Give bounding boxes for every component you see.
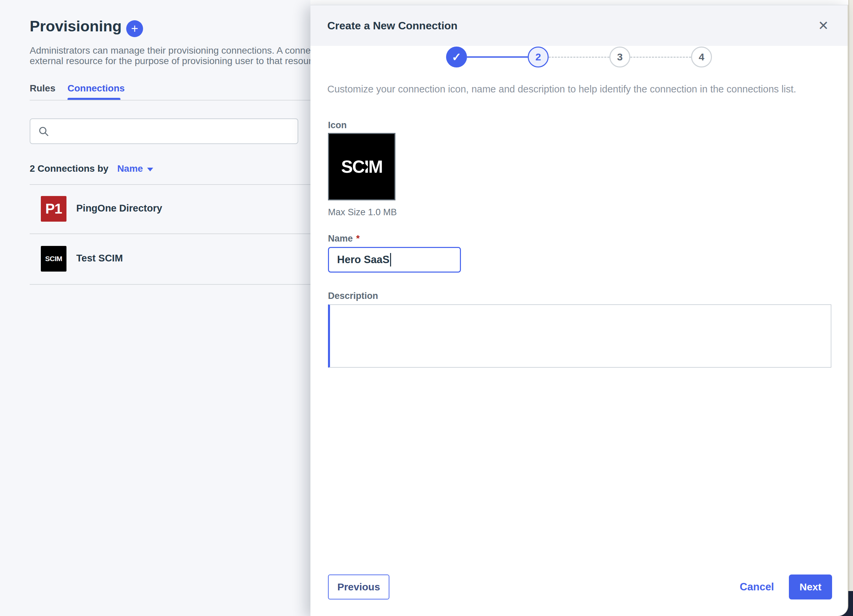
tab-connections[interactable]: Connections bbox=[67, 83, 125, 94]
connections-count-label: 2 Connections by bbox=[30, 163, 108, 174]
check-icon: ✓ bbox=[452, 50, 461, 64]
tabs-divider bbox=[30, 100, 310, 100]
description-field-label: Description bbox=[328, 291, 378, 301]
name-input-value: Hero SaaS bbox=[337, 254, 389, 266]
connection-name: Test SCIM bbox=[76, 253, 123, 264]
name-input[interactable]: Hero SaaS bbox=[328, 247, 461, 273]
step-1-complete[interactable]: ✓ bbox=[446, 47, 467, 67]
previous-button[interactable]: Previous bbox=[328, 575, 389, 599]
step-connector bbox=[549, 57, 609, 58]
page-description-line2-text: external resource for the purpose of pro… bbox=[30, 56, 324, 66]
scim-logo-text: SCIM bbox=[341, 157, 382, 176]
icon-field-label: Icon bbox=[328, 120, 347, 130]
step-4[interactable]: 4 bbox=[691, 47, 712, 67]
connection-row-test-scim[interactable]: SCIM Test SCIM bbox=[30, 234, 310, 283]
search-icon bbox=[38, 126, 49, 137]
step-connector bbox=[630, 57, 691, 58]
plus-icon: + bbox=[131, 21, 138, 36]
page-description-line2: external resource for the purpose of pro… bbox=[30, 56, 332, 67]
screen: Provisioning + Administrators can manage… bbox=[0, 0, 853, 616]
close-icon[interactable]: ✕ bbox=[818, 5, 829, 46]
search-input[interactable] bbox=[54, 126, 297, 137]
next-button[interactable]: Next bbox=[789, 575, 832, 599]
connections-summary: 2 Connections by Name bbox=[30, 163, 153, 174]
tab-rules[interactable]: Rules bbox=[30, 83, 55, 94]
footer-actions: Cancel Next bbox=[740, 575, 832, 599]
max-size-hint: Max Size 1.0 MB bbox=[328, 207, 397, 218]
add-connection-button[interactable]: + bbox=[126, 20, 143, 37]
list-divider bbox=[30, 284, 310, 285]
connection-name: PingOne Directory bbox=[76, 203, 162, 214]
pingone-icon: P1 bbox=[41, 196, 67, 222]
chevron-down-icon bbox=[147, 168, 153, 171]
provisioning-page: Provisioning + Administrators can manage… bbox=[0, 0, 310, 616]
step-subtitle: Customize your connection icon, name and… bbox=[327, 83, 833, 95]
modal-title: Create a New Connection bbox=[327, 5, 458, 46]
scim-face-notch bbox=[365, 163, 368, 171]
sort-dropdown[interactable]: Name bbox=[117, 163, 153, 174]
scim-logo: SCIM bbox=[341, 156, 382, 177]
step-connector bbox=[467, 56, 528, 58]
name-field-label: Name* bbox=[328, 234, 360, 244]
required-asterisk: * bbox=[356, 234, 360, 244]
modal-footer: Previous Cancel Next bbox=[328, 574, 832, 600]
sort-value: Name bbox=[117, 163, 143, 174]
pingone-icon-text: P1 bbox=[45, 201, 62, 217]
cancel-button[interactable]: Cancel bbox=[740, 581, 774, 593]
create-connection-modal: Create a New Connection ✕ ✓ 2 3 4 Custom… bbox=[310, 5, 848, 616]
text-cursor bbox=[390, 253, 391, 267]
scim-icon: SCIM bbox=[41, 246, 67, 272]
scim-icon-text: SCIM bbox=[45, 255, 62, 263]
page-description-line1: Administrators can manage their provisio… bbox=[30, 45, 331, 56]
connection-row-pingone[interactable]: P1 PingOne Directory bbox=[30, 185, 310, 234]
name-label-text: Name bbox=[328, 234, 353, 244]
step-2-active[interactable]: 2 bbox=[528, 47, 549, 67]
connection-icon-upload[interactable]: SCIM bbox=[328, 133, 395, 200]
page-title: Provisioning bbox=[30, 18, 122, 35]
step-3[interactable]: 3 bbox=[609, 47, 630, 67]
description-textarea[interactable] bbox=[328, 304, 832, 368]
window-edge bbox=[848, 0, 853, 616]
modal-header: Create a New Connection ✕ bbox=[310, 5, 848, 46]
connections-search[interactable] bbox=[30, 118, 298, 144]
wizard-stepper: ✓ 2 3 4 bbox=[310, 46, 848, 68]
